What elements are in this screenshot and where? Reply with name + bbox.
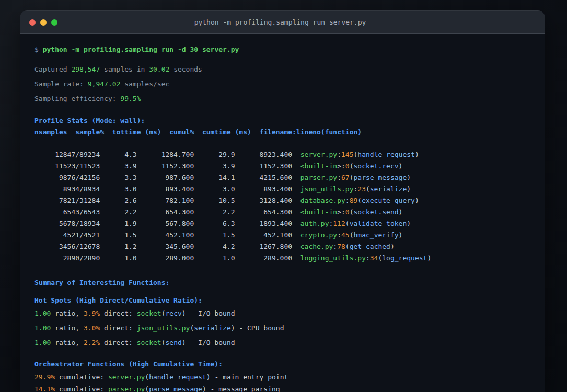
text-segment: ) [202, 385, 206, 392]
text-segment: get_cached [350, 243, 390, 250]
text-segment: serialize [370, 185, 407, 193]
profile-table-row: 9876/42156 3.3 987.600 14.1 4215.600 par… [34, 172, 533, 183]
table-divider [34, 144, 533, 144]
profile-table: 12847/89234 4.3 1284.700 29.9 8923.400 s… [34, 149, 533, 264]
row-metrics: 7821/31284 2.6 782.100 10.5 3128.400 [34, 197, 300, 204]
text-segment: ) [399, 231, 403, 239]
text-segment: ( [366, 185, 370, 193]
row-metrics: 9876/42156 3.3 987.600 14.1 4215.600 [34, 174, 300, 181]
text-segment: 45 [341, 231, 350, 239]
close-button[interactable] [29, 19, 36, 26]
text-segment: - main entry point [211, 373, 288, 381]
text-segment: ( [350, 208, 354, 216]
sample-rate-line: Sample rate: 9,947.02 samples/sec [34, 78, 533, 90]
text-segment: - CPU bound [235, 324, 284, 332]
orchestrator-line: 14.1% cumulative: parser.py(parse_messag… [34, 384, 533, 392]
text-segment: crypto.py [300, 231, 337, 239]
text-segment: 1.00 [34, 324, 51, 332]
text-segment: parser.py [108, 385, 145, 392]
text-segment: - I/O bound [186, 309, 235, 317]
text-segment: : [333, 243, 337, 250]
profile-table-row: 2890/2890 1.0 289.000 1.0 289.000 loggin… [34, 252, 533, 264]
text-segment: 30.02 [149, 65, 169, 73]
hot-spots-heading: Hot Spots (High Direct/Cumulative Ratio)… [34, 295, 533, 306]
text-segment: ) [182, 339, 186, 347]
text-segment: 0 [345, 208, 350, 216]
hot-spot-line: 1.00 ratio, 2.2% direct: socket(send) - … [34, 337, 533, 349]
zoom-button[interactable] [51, 19, 57, 26]
text-segment: parse_message [354, 174, 407, 181]
text-segment: parse_message [149, 385, 202, 392]
row-metrics: 6543/6543 2.2 654.300 2.2 654.300 [34, 208, 300, 216]
row-metrics: 5678/18934 1.9 567.800 6.3 1893.400 [34, 220, 300, 227]
row-metrics: 4521/4521 1.5 452.100 1.5 452.100 [34, 231, 300, 239]
row-metrics: 8934/8934 3.0 893.400 3.0 893.400 [34, 185, 300, 193]
text-segment: 0 [345, 162, 350, 170]
row-metrics: 12847/89234 4.3 1284.700 29.9 8923.400 [34, 151, 300, 158]
text-segment: samples/sec [120, 80, 169, 88]
text-segment: ) [399, 162, 403, 170]
text-segment: log_request [382, 254, 427, 262]
text-segment: 67 [341, 174, 350, 181]
text-segment: server.py [108, 373, 145, 381]
text-segment: ) [407, 185, 411, 193]
text-segment: socket [137, 309, 161, 317]
text-segment: auth.py [300, 220, 329, 227]
text-segment: : [366, 254, 370, 262]
text-segment: ) [182, 309, 186, 317]
text-segment: ratio, [51, 324, 84, 332]
profile-table-header: nsamples sample% tottime (ms) cumul% cum… [34, 126, 533, 138]
window-controls [29, 19, 57, 26]
text-segment: ( [350, 162, 354, 170]
text-segment: ) [415, 151, 419, 158]
row-metrics: 11523/11523 3.9 1152.300 3.9 1152.300 [34, 162, 300, 170]
text-segment: handle_request [357, 151, 415, 158]
text-segment: serialize [194, 324, 230, 332]
text-segment: 3.9% [84, 309, 100, 317]
text-segment: ( [161, 309, 166, 317]
text-segment: 29.9% [34, 373, 55, 381]
text-segment: 14.1% [34, 385, 55, 392]
text-segment: socket.send [354, 208, 399, 216]
text-segment: 3.0% [84, 324, 100, 332]
orchestrator-heading: Orchestrator Functions (High Cumulative … [34, 359, 533, 370]
text-segment: ( [145, 385, 149, 392]
hot-spot-line: 1.00 ratio, 3.9% direct: socket(recv) - … [34, 308, 533, 319]
text-segment: 89 [350, 197, 358, 204]
text-segment: ) [407, 220, 411, 227]
text-segment: python -m profiling.sampling run -d 30 s… [43, 45, 239, 53]
text-segment: seconds [169, 65, 202, 73]
captured-line: Captured 298,547 samples in 30.02 second… [34, 64, 533, 75]
hot-spot-line: 1.00 ratio, 3.0% direct: json_utils.py(s… [34, 322, 533, 334]
text-segment: cache.py [300, 243, 333, 250]
text-segment: 2.2% [84, 339, 100, 347]
text-segment: ) [407, 174, 411, 181]
text-segment: 1.00 [34, 339, 51, 347]
window-title: python -m profiling.sampling run server.… [57, 18, 503, 26]
text-segment: cumulative: [55, 385, 108, 392]
text-segment: ) [390, 243, 395, 250]
text-segment: : [337, 174, 341, 181]
text-segment: 34 [370, 254, 378, 262]
text-segment: 145 [341, 151, 353, 158]
text-segment: ratio, [51, 339, 84, 347]
text-segment: ( [357, 197, 362, 204]
text-segment: Captured [34, 65, 71, 73]
text-segment: ( [350, 231, 354, 239]
text-segment: Sample rate: [34, 80, 88, 88]
text-segment: server.py [300, 151, 337, 158]
minimize-button[interactable] [40, 19, 47, 26]
text-segment: hmac_verify [354, 231, 399, 239]
text-segment: logging_utils.py [300, 254, 366, 262]
terminal-output[interactable]: $ python -m profiling.sampling run -d 30… [20, 34, 545, 392]
profile-table-row: 4521/4521 1.5 452.100 1.5 452.100 crypto… [34, 229, 533, 241]
text-segment: ( [161, 339, 166, 347]
window-titlebar: python -m profiling.sampling run server.… [20, 10, 545, 34]
text-segment: 1.00 [34, 309, 51, 317]
text-segment: ) [427, 254, 431, 262]
text-segment: 298,547 [71, 65, 100, 73]
text-segment: direct: [100, 339, 136, 347]
orchestrator-line: 29.9% cumulative: server.py(handle_reque… [34, 372, 533, 383]
text-segment: ) [231, 324, 235, 332]
text-segment: 23 [357, 185, 366, 193]
